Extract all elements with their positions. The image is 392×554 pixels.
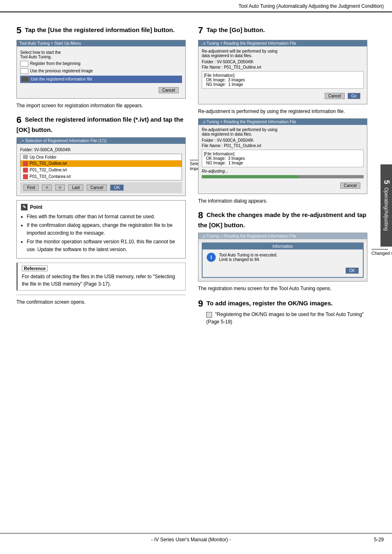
file-icon-1 bbox=[23, 161, 28, 166]
point-item-3: For the monitor operation software versi… bbox=[27, 238, 181, 254]
step7-cancel-btn[interactable]: Cancel bbox=[325, 93, 345, 99]
step7-progress-bar bbox=[202, 175, 364, 178]
info-line2: Limit is changed to 84. bbox=[219, 257, 277, 262]
step7-desc2: The information dialog appears. bbox=[198, 197, 367, 205]
step5-opt3-label: Use the registered information file bbox=[31, 77, 92, 81]
step8-heading-text: Check the changes made by the re-adjustm… bbox=[198, 211, 367, 229]
step8-mockup-title: ..o Tuning > Reading the Registered Info… bbox=[198, 233, 367, 239]
btn-next[interactable]: > bbox=[55, 185, 65, 191]
step8-mockup-container: ..o Tuning > Reading the Registered Info… bbox=[198, 233, 367, 282]
step7-cancel-btn2[interactable]: Cancel bbox=[340, 182, 360, 189]
step7-heading: 7 Tap the [Go] button. bbox=[198, 25, 367, 37]
btn-cancel-6[interactable]: Cancel bbox=[87, 185, 107, 191]
step7-mockup2-body: Re-adjustment will be performed by using… bbox=[198, 125, 367, 194]
btn-prev[interactable]: < bbox=[42, 185, 52, 191]
side-tab: 5 Operating/Adjusting bbox=[380, 164, 392, 247]
step6-folder-label: Folder: bbox=[20, 148, 33, 152]
step8-annotation: Changed settings bbox=[371, 249, 392, 256]
info-dialog: Information i Tool Auto Tuning is re-exe… bbox=[202, 242, 364, 278]
step5-mockup: Tool Auto Tuning > Start Up Menu Select … bbox=[16, 40, 186, 99]
two-column-layout: 5 Tap the [Use the registered informatio… bbox=[16, 25, 367, 325]
file-item-folder-name: Up One Folder bbox=[30, 155, 57, 159]
step6-mockup-body: Folder: \IV-500CA_D05049\ Up One Folder bbox=[17, 144, 185, 196]
step7-btn-row2: Cancel bbox=[202, 180, 364, 191]
step8-section: 8 Check the changes made by the re-adjus… bbox=[198, 210, 367, 292]
info-dialog-btn-row: OK bbox=[203, 265, 363, 277]
step6-mockup-title: ..> Selection of Registered Information … bbox=[17, 138, 185, 144]
step6-confirmation: The confirmation screen opens. bbox=[16, 298, 186, 306]
step5-option1: Register from the beginning bbox=[20, 61, 182, 67]
step7m2-info-header: [File Information] bbox=[204, 152, 362, 156]
btn-last[interactable]: Last bbox=[68, 185, 83, 191]
step7-line1: Re-adjustment will be performed by using bbox=[202, 49, 364, 53]
step7m2-ng-images: NG Image: 1 Image bbox=[204, 161, 362, 165]
step7-desc1: Re-adjustment is performed by using the … bbox=[198, 108, 367, 115]
book-icon bbox=[206, 312, 212, 318]
file-item-2[interactable]: P01_T02_Outline.ivt bbox=[21, 167, 182, 173]
point-label: Point bbox=[30, 204, 42, 210]
step7m2-line2: data registered in data files. bbox=[202, 132, 364, 136]
step7m2-line1: Re-adjustment will be performed by using bbox=[202, 127, 364, 132]
step6-nav-btn-row: First < > Last Cancel OK bbox=[20, 182, 182, 193]
step7m2-info-box: [File Information] OK Image: 3 Images NG… bbox=[202, 150, 364, 167]
step9-sub-text: "Registering the OK/NG images to be used… bbox=[206, 312, 364, 325]
step7-mockup1-body: Re-adjustment will be performed by using… bbox=[198, 46, 367, 104]
step7-heading-text: Tap the [Go] button. bbox=[206, 26, 265, 33]
step8-heading: 8 Check the changes made by the re-adjus… bbox=[198, 210, 367, 229]
step9-section: 9 To add images, register the OK/NG imag… bbox=[198, 298, 367, 325]
step6-heading: 6 Select the registered information file… bbox=[16, 114, 186, 134]
page-header: Tool Auto Tuning (Automatically Adjustin… bbox=[0, 0, 392, 12]
header-title: Tool Auto Tuning (Automatically Adjustin… bbox=[238, 3, 384, 9]
step8-ok-btn[interactable]: OK bbox=[346, 268, 359, 274]
side-tab-number: 5 bbox=[382, 180, 391, 184]
step6-file-list: Up One Folder P01_T01_Outline.ivt P01_T0… bbox=[20, 154, 182, 180]
point-icon: ✎ bbox=[21, 204, 28, 210]
btn-first[interactable]: First bbox=[23, 185, 39, 191]
step6-reference-box: Reference For details of selecting the f… bbox=[16, 263, 186, 291]
step5-instruction: Select how to start theTool Auto Tuning. bbox=[20, 50, 182, 59]
point-item-2: If the confirmation dialog appears, chan… bbox=[27, 222, 181, 237]
footer-page: 5-29 bbox=[374, 537, 384, 542]
step5-section: 5 Tap the [Use the registered informatio… bbox=[16, 25, 186, 109]
step7-progress-inner bbox=[202, 175, 299, 178]
step7-btn-row1: Cancel Go bbox=[202, 90, 364, 102]
step7-go-btn[interactable]: Go bbox=[348, 93, 360, 99]
reference-text: For details of selecting the files in th… bbox=[22, 273, 181, 288]
step5-heading-text: Tap the [Use the registered information … bbox=[25, 26, 175, 33]
point-item-1: Files with the formats other than ivt fo… bbox=[27, 213, 181, 221]
step7m2-ok-images: OK Image: 3 Images bbox=[204, 156, 362, 161]
file-icon-2 bbox=[23, 168, 28, 173]
btn-ok-6[interactable]: OK bbox=[110, 185, 123, 191]
left-column: 5 Tap the [Use the registered informatio… bbox=[16, 25, 186, 325]
file-item-3[interactable]: P01_T03_Contarea.ivt bbox=[21, 173, 182, 180]
step7-ng-images: NG Image: 1 Image bbox=[204, 82, 362, 87]
step5-option3-selected: Use the registered information file bbox=[20, 76, 182, 83]
file-item-1[interactable]: P01_T01_Outline.ivt bbox=[21, 160, 182, 167]
step7-readjusting: Re-adjusting... bbox=[202, 169, 364, 173]
step9-num: 9 bbox=[198, 298, 203, 309]
step6-heading-text: Select the registered information file (… bbox=[16, 116, 183, 133]
step5-heading: 5 Tap the [Use the registered informatio… bbox=[16, 25, 186, 37]
step9-sub: "Registering the OK/NG images to be used… bbox=[206, 311, 367, 325]
info-dialog-title: Information bbox=[203, 243, 363, 249]
file-item-2-name: P01_T02_Outline.ivt bbox=[30, 168, 67, 172]
reference-label: Reference bbox=[22, 265, 48, 271]
page-footer: - IV Series User's Manual (Monitor) - 5-… bbox=[0, 533, 392, 546]
point-header: ✎ Point bbox=[21, 204, 181, 210]
step5-btn-row: Cancel bbox=[20, 85, 182, 96]
step5-option2: Use the previous registered Image bbox=[20, 68, 182, 74]
step8-mockup: ..o Tuning > Reading the Registered Info… bbox=[198, 233, 367, 282]
step7-mockup2: ..o Tuning > Reading the Registered Info… bbox=[198, 118, 367, 194]
step7-mockup1-title: ..o Tuning > Reading the Registered Info… bbox=[198, 40, 367, 46]
step7-ok-images: OK Image: 3 Images bbox=[204, 78, 362, 82]
file-item-folder[interactable]: Up One Folder bbox=[21, 154, 182, 160]
step7-folder: Folder : \IV-500CA_D05049\ bbox=[202, 60, 364, 64]
reference-header: Reference bbox=[22, 265, 181, 271]
step5-num: 5 bbox=[16, 25, 21, 35]
main-content: 5 Tap the [Use the registered informatio… bbox=[0, 12, 392, 334]
annotation-line bbox=[371, 249, 388, 249]
step5-cancel-btn[interactable]: Cancel bbox=[159, 87, 179, 93]
step8-annotation-text: Changed settings bbox=[371, 251, 392, 256]
file-item-1-name: P01_T01_Outline.ivt bbox=[30, 161, 67, 166]
step7-mockup2-title: ..o Tuning > Reading the Registered Info… bbox=[198, 119, 367, 125]
